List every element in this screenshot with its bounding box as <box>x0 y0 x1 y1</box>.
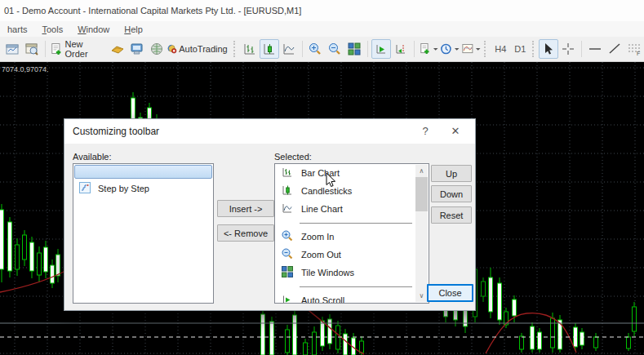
toolbar-separator <box>414 41 415 57</box>
candle <box>498 277 502 325</box>
scrollbar[interactable]: ∧ ∨ <box>415 165 428 302</box>
candle <box>520 333 524 353</box>
tile-windows-icon <box>281 265 294 280</box>
menu-item-window[interactable]: Window <box>70 24 117 34</box>
toolbar-grip <box>532 41 536 57</box>
selected-item-bar-chart[interactable]: Bar Chart <box>275 164 415 182</box>
templates-dropdown[interactable] <box>460 39 482 59</box>
bar-chart-button[interactable] <box>240 39 260 59</box>
remove-button[interactable]: <- Remove <box>217 224 274 242</box>
list-item-label: Step by Step <box>98 184 149 193</box>
autotrading-button[interactable]: AutoTrading <box>167 39 230 59</box>
crosshair-tool-button[interactable] <box>558 39 578 59</box>
profile-icon[interactable] <box>2 39 22 59</box>
list-item-label: Tile Windows <box>301 268 354 277</box>
community-icon[interactable] <box>147 39 167 59</box>
candle <box>538 328 542 353</box>
list-separator <box>275 282 415 291</box>
candlestick-chart-button[interactable] <box>260 39 279 59</box>
list-item-label: Zoom Out <box>301 250 341 260</box>
down-button[interactable]: Down <box>431 185 472 202</box>
cursor-tool-button[interactable] <box>539 39 558 59</box>
menu-item-help[interactable]: Help <box>117 24 150 34</box>
toolbar-grip <box>484 41 488 57</box>
toolbar-separator <box>367 41 368 57</box>
menu-bar: hartsToolsWindowHelp <box>0 21 644 37</box>
timeframe-h4-button[interactable]: H4 <box>491 44 510 54</box>
data-window-icon[interactable] <box>22 39 42 59</box>
selected-item-tile-windows[interactable]: Tile Windows <box>275 264 415 282</box>
bar-chart-icon <box>281 166 294 180</box>
close-button[interactable]: Close <box>427 284 473 302</box>
autotrading-label: AutoTrading <box>177 44 230 54</box>
list-item-label: Zoom In <box>301 232 334 242</box>
list-item-label: Auto Scroll <box>301 295 344 304</box>
new-order-button[interactable]: New Order <box>49 39 108 59</box>
scroll-down-icon[interactable]: ∨ <box>415 290 428 302</box>
auto-scroll-button[interactable] <box>371 39 391 59</box>
toolbar-separator <box>302 41 303 57</box>
available-item-step-by-step[interactable]: Step by Step <box>73 180 213 197</box>
selected-label: Selected: <box>274 152 312 162</box>
customize-toolbar-dialog: Customizing toolbar ? ✕ Available: Step … <box>64 118 476 311</box>
zoom-in-button[interactable] <box>305 39 325 59</box>
line-chart-button[interactable] <box>279 39 299 59</box>
menu-item-tools[interactable]: Tools <box>34 24 70 34</box>
close-icon[interactable]: ✕ <box>442 119 469 144</box>
toolbar-grip <box>233 41 238 57</box>
zoom-out-icon <box>281 247 294 262</box>
selected-item-line-chart[interactable]: Line Chart <box>275 200 415 218</box>
step-by-step-icon <box>79 182 91 195</box>
indicators-dropdown[interactable] <box>418 39 439 59</box>
horizontal-line-tool-button[interactable] <box>585 39 605 59</box>
experts-icon[interactable] <box>108 39 127 59</box>
toolbar-separator <box>581 41 582 57</box>
selected-item-candlesticks[interactable]: Candlesticks <box>275 182 415 200</box>
fibonacci-tool-button[interactable]: F <box>624 39 644 59</box>
up-button[interactable]: Up <box>431 165 472 182</box>
application-window: 01 - Demo Account - International Capita… <box>0 0 644 355</box>
selected-item-zoom-out[interactable]: Zoom Out <box>275 246 415 264</box>
tile-windows-button[interactable] <box>344 39 364 59</box>
chevron-down-icon <box>433 46 438 52</box>
help-icon[interactable]: ? <box>413 119 437 144</box>
zoom-in-icon <box>281 229 294 244</box>
list-item-label: Line Chart <box>301 204 343 214</box>
new-order-label: New Order <box>63 39 107 59</box>
main-toolbar: New Order AutoTrading <box>0 37 644 62</box>
toolbar-separator <box>45 41 46 57</box>
trendline-tool-button[interactable] <box>605 39 624 59</box>
chevron-down-icon <box>454 46 460 52</box>
zoom-out-button[interactable] <box>325 39 344 59</box>
selected-item-zoom-in[interactable]: Zoom In <box>275 228 415 246</box>
selected-empty-row[interactable] <box>74 165 212 179</box>
timeframe-d1-button[interactable]: D1 <box>510 44 530 54</box>
window-title: 01 - Demo Account - International Capita… <box>0 0 644 21</box>
candle <box>8 217 12 277</box>
reset-button[interactable]: Reset <box>431 206 472 224</box>
scroll-thumb[interactable] <box>415 177 428 211</box>
periods-dropdown[interactable] <box>439 39 460 59</box>
selected-item-auto-scroll[interactable]: Auto Scroll <box>275 291 415 304</box>
svg-text:F: F <box>637 51 640 56</box>
candle <box>270 317 274 355</box>
mouse-cursor <box>326 172 337 189</box>
available-label: Available: <box>73 152 112 162</box>
candlesticks-icon <box>281 184 294 198</box>
candle <box>261 308 265 355</box>
candle <box>286 325 290 355</box>
metaeditor-icon[interactable] <box>127 39 147 59</box>
chart-shift-button[interactable] <box>391 39 411 59</box>
ohlc-info-text: 7074.0,97074. <box>2 65 49 73</box>
scroll-up-icon[interactable]: ∧ <box>415 165 428 177</box>
candle <box>558 315 562 353</box>
candle <box>293 310 297 355</box>
selected-listbox[interactable]: ∧ ∨ Bar ChartCandlesticksLine ChartZoom … <box>274 163 429 304</box>
line-chart-icon <box>281 202 294 216</box>
list-separator <box>275 218 415 228</box>
available-listbox[interactable]: Step by Step <box>73 163 214 304</box>
auto-scroll-icon <box>281 293 294 304</box>
menu-item-harts[interactable]: harts <box>0 24 34 34</box>
chevron-down-icon <box>475 46 481 52</box>
insert-button[interactable]: Insert -> <box>217 200 274 217</box>
